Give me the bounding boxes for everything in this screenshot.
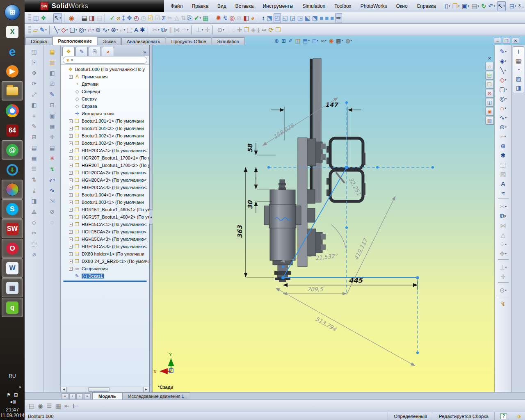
skype-icon[interactable]: S: [2, 199, 23, 219]
slot-tool-icon[interactable]: ▢▾: [496, 84, 510, 94]
toolbar-icon[interactable]: ▾: [77, 14, 80, 23]
expand-icon[interactable]: +: [69, 193, 73, 197]
polygon-tool-icon[interactable]: ⊕▾: [496, 141, 510, 151]
perspective-icon[interactable]: ✏▾: [335, 13, 342, 23]
open-icon[interactable]: ❐▾: [452, 1, 460, 11]
key-left-icon[interactable]: ⇤▾: [64, 401, 70, 411]
doc-restore-button[interactable]: ❐: [503, 38, 510, 43]
diameter-icon[interactable]: ⌀▾: [29, 249, 39, 259]
tree-horizontal-scrollbar[interactable]: ◄ ►: [61, 386, 149, 392]
command-tab[interactable]: Simulation: [212, 37, 244, 45]
menu-item[interactable]: Вставка: [231, 2, 258, 10]
expand-icon[interactable]: +: [69, 127, 73, 130]
tree-item[interactable]: + ❒ Bootur1.003<1> (По умолчани: [61, 199, 149, 206]
ellipse-tool-icon[interactable]: ⊜▾: [496, 122, 510, 132]
view-iso-icon[interactable]: ⬔▾: [266, 13, 273, 23]
warning-icon[interactable]: △▾: [496, 230, 510, 240]
tools-folder-icon[interactable]: ❐▾: [243, 25, 249, 35]
hide-show-items-icon[interactable]: ∞▾: [320, 37, 327, 44]
add-relation-icon[interactable]: ✛▾: [204, 25, 210, 35]
search-tab-icon[interactable]: ⊙: [485, 89, 494, 98]
ref-circle-icon[interactable]: ⊙▾: [496, 285, 510, 295]
tree-item[interactable]: + ❒ HGR20T_Bootur1_1700<2> (По у: [61, 162, 149, 169]
tree-item[interactable]: + ❒ HGH20CA<3> (По умолчанию<: [61, 176, 149, 184]
expand-icon[interactable]: +: [69, 252, 73, 256]
sketch-tool[interactable]: ▾: [498, 296, 509, 298]
weldment-icon[interactable]: ▦: [516, 57, 521, 64]
anchor-icon[interactable]: ⊢▾: [73, 401, 79, 411]
mount-plate[interactable]: [298, 138, 307, 267]
new-document-icon[interactable]: ▯▾: [445, 1, 451, 11]
excel-icon[interactable]: X: [2, 22, 23, 41]
expand-icon[interactable]: +: [69, 245, 73, 249]
dim-158[interactable]: 158,028: [272, 122, 296, 140]
command-options-icon[interactable]: ⊟▾: [509, 1, 517, 11]
tree-item[interactable]: + ❒ HGH20CA<4> (По умолчанию<: [61, 184, 149, 191]
dim-209[interactable]: 209,5: [307, 286, 324, 292]
print-icon[interactable]: ▤▾: [471, 1, 479, 11]
view-bottom-icon[interactable]: ⬔▾: [312, 13, 318, 23]
select-box-icon[interactable]: ⬚▾: [126, 25, 133, 35]
expand-icon[interactable]: +: [69, 208, 73, 212]
isolate-icon[interactable]: ✂▾: [167, 13, 173, 23]
view-dimetric-icon[interactable]: ■▾: [319, 13, 324, 23]
equation-icon[interactable]: ≈▾: [496, 188, 510, 198]
expand-icon[interactable]: +: [69, 142, 73, 145]
rail-edge[interactable]: [310, 59, 313, 202]
tree-item[interactable]: + ❒ HGH15CA<2> (По умолчанию<: [61, 228, 149, 235]
tree-item[interactable]: + ❒ HGH15CA<4> (По умолчанию<: [61, 243, 149, 250]
viewport-split-icon[interactable]: ◫▾: [29, 47, 39, 57]
expand-icon[interactable]: +: [69, 149, 73, 153]
toolbar-grip[interactable]: [28, 26, 31, 34]
pattern-tool-icon[interactable]: ⁘▾: [496, 240, 510, 249]
expand-icon[interactable]: +: [69, 223, 73, 226]
trim-tool-icon[interactable]: ✂▾: [496, 202, 510, 211]
arc-tool-icon[interactable]: ∩▾: [496, 103, 510, 113]
explorer-icon[interactable]: [2, 81, 23, 100]
tree-item[interactable]: + ❒ HGH15CA<3> (По умолчанию<: [61, 235, 149, 243]
alert-flag-icon[interactable]: ⚑: [7, 392, 11, 398]
polygon-icon[interactable]: ⊕▾: [95, 25, 101, 35]
pan-icon[interactable]: ✥▾: [29, 68, 39, 78]
status-help-icon[interactable]: ?: [500, 413, 507, 419]
dim-21[interactable]: 21,532°: [315, 252, 338, 261]
toolbar-grip[interactable]: [28, 14, 31, 22]
expand-icon[interactable]: +: [69, 260, 73, 263]
expand-icon[interactable]: +: [69, 230, 73, 234]
expand-icon[interactable]: +: [69, 178, 73, 182]
rapid-sketch-icon[interactable]: ↯▾: [496, 299, 510, 308]
taskpane-close-icon[interactable]: ✕: [485, 55, 494, 62]
plane-diamond-icon[interactable]: ◇▾: [29, 217, 39, 227]
menu-item[interactable]: Правка: [188, 2, 213, 10]
view-normal-icon[interactable]: ■▾: [330, 13, 334, 23]
spellcheck-icon[interactable]: ✓▾: [109, 13, 115, 23]
doc-close-button[interactable]: ✕: [512, 38, 519, 43]
pattern-icon[interactable]: ⁘▾: [181, 25, 189, 35]
list-lines-icon[interactable]: ☰▾: [29, 164, 39, 174]
interference-check-icon[interactable]: ☑▾: [147, 13, 153, 23]
expand-icon[interactable]: +: [69, 237, 73, 241]
command-tab[interactable]: Продукты Office: [166, 37, 211, 45]
table-grid-icon[interactable]: ▦▾: [29, 153, 39, 163]
design-check-icon[interactable]: ✔▾: [194, 13, 201, 23]
reference-axis-icon[interactable]: ↕▾: [261, 13, 265, 23]
note-yellow-icon[interactable]: ▤▾: [47, 47, 57, 57]
tree-plane-front[interactable]: + ◇ Спереди: [61, 88, 149, 95]
stoplight-icon[interactable]: ▾: [507, 1, 508, 11]
decal-icon[interactable]: ◨: [516, 84, 521, 91]
opera-icon[interactable]: O: [2, 239, 23, 258]
scrollbar-thumb[interactable]: [88, 387, 110, 392]
rebuild-icon[interactable]: ↻▾: [481, 1, 487, 11]
sketch-tool[interactable]: ▾: [498, 199, 509, 201]
mirror-icon[interactable]: ⋈▾: [173, 25, 180, 35]
move-component-icon[interactable]: ✥▾: [126, 13, 132, 23]
tree-item[interactable]: + ❒ Bootur1.002<1> (По умолчани: [61, 132, 149, 139]
custom-props-tab-icon[interactable]: ▥: [485, 116, 494, 125]
expand-icon[interactable]: +: [69, 186, 73, 189]
tree-item[interactable]: + ❒ HGH20CA<1> (По умолчанию<: [61, 147, 149, 154]
appearances-tab-icon[interactable]: ◉: [485, 107, 494, 116]
start-button[interactable]: ⊞: [2, 2, 23, 22]
sphere-app-icon[interactable]: [2, 180, 23, 199]
sketch-tool-icon[interactable]: ✎▾: [496, 47, 510, 56]
toolbar-icon[interactable]: ▾: [49, 25, 52, 34]
